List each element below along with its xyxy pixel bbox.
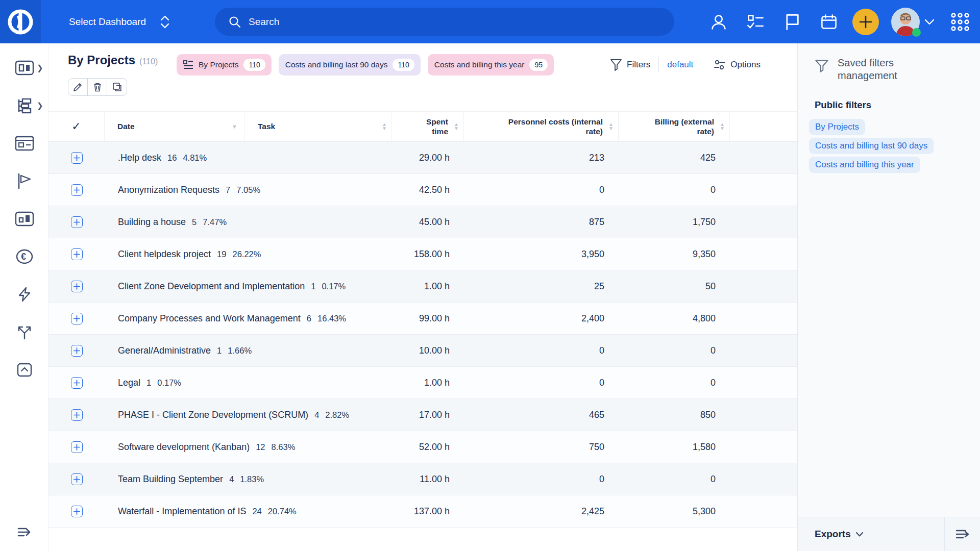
table-row[interactable]: .Help desk164.81% 29.00 h 213 425 xyxy=(48,142,797,174)
expand-row-button[interactable] xyxy=(71,281,83,292)
task-count: 1 xyxy=(146,378,151,387)
chevron-right-icon[interactable]: ❯ xyxy=(37,63,43,72)
spent-time-cell: 137.00 h xyxy=(392,506,464,517)
apps-grid-button[interactable] xyxy=(940,0,980,43)
table-row[interactable]: Legal10.17% 1.00 h 0 0 xyxy=(48,367,797,399)
plus-icon xyxy=(74,444,80,450)
options-button[interactable]: Options xyxy=(714,59,761,70)
avatar[interactable] xyxy=(891,8,920,36)
tasks-button[interactable] xyxy=(737,0,774,43)
task-percent: 2.82% xyxy=(325,410,349,419)
sidebar-expand-button[interactable] xyxy=(0,520,48,544)
chip-by-projects[interactable]: By Projects 110 xyxy=(177,54,272,76)
task-percent: 7.47% xyxy=(203,217,227,227)
saved-filter-costs-this-year[interactable]: Costs and billing this year xyxy=(809,157,920,173)
panel-expand-button[interactable] xyxy=(944,517,980,551)
sort-icon[interactable]: ▲▼ xyxy=(608,122,614,131)
profile-menu-chevron[interactable] xyxy=(920,18,940,26)
chevron-down-icon xyxy=(924,18,935,26)
table-row[interactable]: Team Building September41.83% 11.00 h 0 … xyxy=(48,463,797,495)
sort-icon[interactable]: ▲▼ xyxy=(720,122,725,131)
task-percent: 7.05% xyxy=(236,185,260,194)
sidebar-item-billing[interactable]: € xyxy=(0,244,48,269)
sidebar-item-archive[interactable] xyxy=(0,358,48,382)
plus-icon xyxy=(74,283,80,290)
saved-filters-panel: Saved filters management Public filters … xyxy=(797,43,980,551)
table-row[interactable]: Client Zone Development and Implementati… xyxy=(48,270,797,303)
default-filter-link[interactable]: default xyxy=(667,60,693,70)
chip-costs-this-year[interactable]: Costs and billing this year 95 xyxy=(428,54,554,76)
expand-row-button[interactable] xyxy=(71,184,83,196)
edit-button[interactable] xyxy=(68,79,88,95)
expand-row-button[interactable] xyxy=(71,377,83,389)
add-button[interactable] xyxy=(852,9,879,35)
task-cell: Client Zone Development and Implementati… xyxy=(105,272,362,300)
sidebar-item-projects-tree[interactable]: ❯ xyxy=(0,93,48,118)
expand-row-button[interactable] xyxy=(71,473,83,485)
table-row[interactable]: Building a house57.47% 45.00 h 875 1,750 xyxy=(48,206,797,238)
chevron-right-icon[interactable]: ❯ xyxy=(37,101,43,110)
sidebar-item-reports[interactable] xyxy=(0,207,48,231)
table-row[interactable]: General/Administrative11.66% 10.00 h 0 0 xyxy=(48,335,797,367)
delete-button[interactable] xyxy=(88,79,107,95)
divider xyxy=(658,57,659,72)
funnel-icon xyxy=(815,59,829,73)
calendar-button[interactable] xyxy=(811,0,847,43)
page-count: (110) xyxy=(139,57,158,66)
billing-cell: 425 xyxy=(619,153,730,163)
profile-button[interactable] xyxy=(700,0,737,43)
sidebar-item-milestones[interactable] xyxy=(0,169,48,193)
saved-filter-costs-90-days[interactable]: Costs and billing last 90 days xyxy=(809,138,934,154)
personnel-costs-cell: 0 xyxy=(464,185,619,195)
table-row[interactable]: Anonymization Requests77.05% 42.50 h 0 0 xyxy=(48,174,797,206)
saved-filter-by-projects[interactable]: By Projects xyxy=(809,119,865,135)
dashboard-selector[interactable]: Select Dashboard xyxy=(69,0,170,43)
plus-icon xyxy=(74,476,80,483)
select-all-checkmark[interactable]: ✓ xyxy=(48,112,105,141)
sort-icon[interactable]: ▲▼ xyxy=(382,122,387,131)
date-filter-caret-icon[interactable]: ▼ xyxy=(232,123,237,130)
spent-time-cell: 17.00 h xyxy=(392,410,464,420)
app-logo[interactable] xyxy=(0,0,41,43)
table-header: ✓ Date ▼ Task ▲▼ Spent time ▲▼ Personnel… xyxy=(48,111,797,142)
search-input[interactable]: Search xyxy=(215,8,674,36)
expand-row-button[interactable] xyxy=(71,345,83,357)
chip-badge: 95 xyxy=(529,59,548,71)
search-icon xyxy=(228,15,241,29)
sidebar-item-dashboard[interactable]: ❯ xyxy=(0,56,48,80)
expand-row-button[interactable] xyxy=(71,441,83,453)
expand-row-button[interactable] xyxy=(71,409,83,421)
expand-row-button[interactable] xyxy=(71,152,83,164)
top-bar: Select Dashboard Search xyxy=(0,0,980,43)
tree-icon xyxy=(15,97,34,114)
sidebar-item-integrations[interactable] xyxy=(0,320,48,344)
sidebar-item-board[interactable] xyxy=(0,131,48,156)
expand-row-button[interactable] xyxy=(71,313,83,324)
flags-button[interactable] xyxy=(774,0,811,43)
table-row[interactable]: PHASE I - Client Zone Development (SCRUM… xyxy=(48,399,797,431)
column-header-task: Task ▲▼ xyxy=(245,112,392,141)
billing-cell: 9,350 xyxy=(619,249,730,260)
task-cell: Anonymization Requests77.05% xyxy=(105,176,362,204)
table-row[interactable]: Software development (Kanban)128.63% 52.… xyxy=(48,431,797,463)
chip-costs-90-days[interactable]: Costs and billing last 90 days 110 xyxy=(279,54,421,76)
personnel-costs-cell: 2,425 xyxy=(464,506,619,517)
sidebar-item-activity[interactable] xyxy=(0,282,48,307)
plus-icon xyxy=(74,155,80,161)
expand-row-button[interactable] xyxy=(71,216,83,228)
task-name: .Help desk xyxy=(118,153,161,163)
spent-time-cell: 11.00 h xyxy=(392,474,464,485)
chevron-down-icon xyxy=(855,532,864,537)
task-cell: .Help desk164.81% xyxy=(105,143,362,172)
table-row[interactable]: Waterfall - Implementation of IS2420.74%… xyxy=(48,495,797,528)
duplicate-button[interactable] xyxy=(107,79,127,95)
sort-icon[interactable]: ▲▼ xyxy=(454,122,459,131)
table-row[interactable]: Client helpdesk project1926.22% 158.00 h… xyxy=(48,238,797,270)
funnel-icon[interactable] xyxy=(610,59,622,71)
filters-button[interactable]: Filters xyxy=(627,60,650,70)
expand-row-button[interactable] xyxy=(71,506,83,517)
expand-row-button[interactable] xyxy=(71,248,83,260)
plus-icon xyxy=(74,315,80,322)
table-row[interactable]: Company Processes and Work Management616… xyxy=(48,303,797,335)
exports-button[interactable]: Exports xyxy=(798,517,944,551)
